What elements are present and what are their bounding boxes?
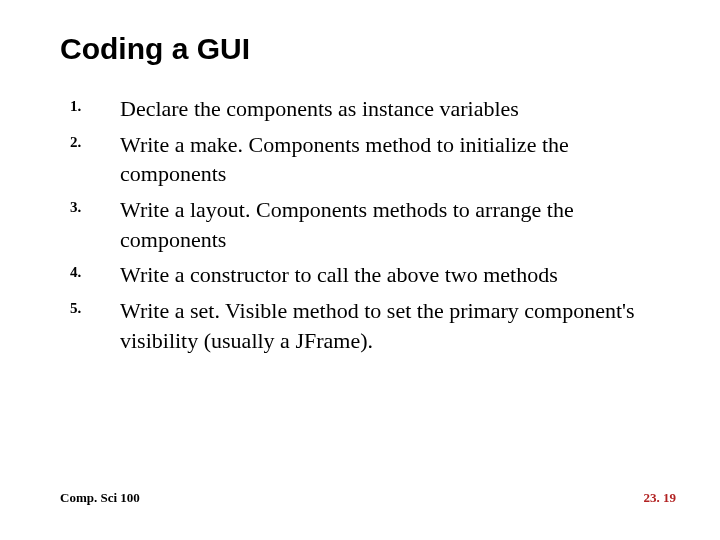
item-text: Write a layout. Components methods to ar… — [120, 195, 660, 254]
item-number: 4. — [70, 260, 120, 281]
item-text: Write a set. Visible method to set the p… — [120, 296, 660, 355]
numbered-list: 1. Declare the components as instance va… — [70, 94, 660, 356]
list-item: 4. Write a constructor to call the above… — [70, 260, 660, 290]
item-text: Write a constructor to call the above tw… — [120, 260, 660, 290]
item-number: 3. — [70, 195, 120, 216]
item-number: 1. — [70, 94, 120, 115]
item-text: Declare the components as instance varia… — [120, 94, 660, 124]
footer-left: Comp. Sci 100 — [60, 490, 140, 506]
slide: Coding a GUI 1. Declare the components a… — [0, 0, 720, 540]
footer: Comp. Sci 100 23. 19 — [60, 490, 676, 506]
list-item: 1. Declare the components as instance va… — [70, 94, 660, 124]
slide-title: Coding a GUI — [60, 32, 660, 66]
item-text: Write a make. Components method to initi… — [120, 130, 660, 189]
list-item: 3. Write a layout. Components methods to… — [70, 195, 660, 254]
list-item: 2. Write a make. Components method to in… — [70, 130, 660, 189]
item-number: 5. — [70, 296, 120, 317]
footer-right: 23. 19 — [644, 490, 677, 506]
list-item: 5. Write a set. Visible method to set th… — [70, 296, 660, 355]
item-number: 2. — [70, 130, 120, 151]
